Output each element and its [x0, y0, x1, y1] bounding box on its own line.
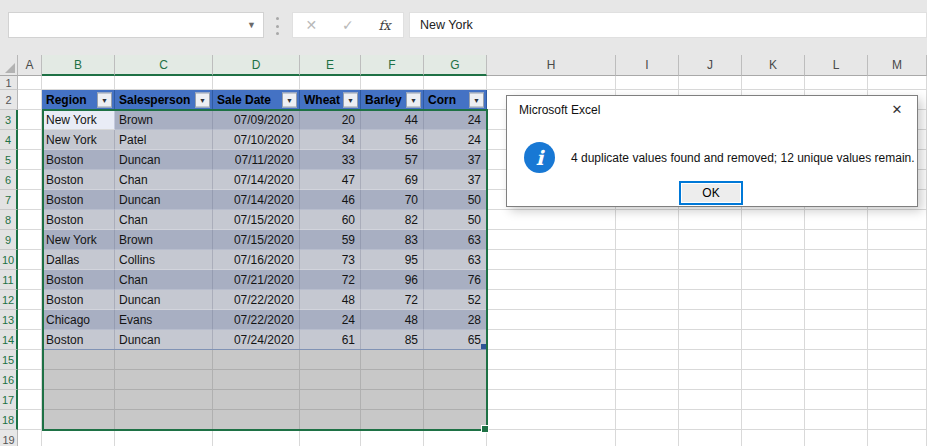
- cell-H9[interactable]: [487, 230, 616, 250]
- cell-B8[interactable]: Boston: [42, 210, 115, 230]
- cell-C17[interactable]: [115, 390, 213, 410]
- name-box[interactable]: ▼: [8, 12, 264, 38]
- column-header-L[interactable]: L: [805, 55, 868, 76]
- cell-I15[interactable]: [616, 350, 679, 370]
- cell-K9[interactable]: [742, 230, 805, 250]
- column-header-I[interactable]: I: [616, 55, 679, 76]
- column-header-J[interactable]: J: [679, 55, 742, 76]
- cell-G18[interactable]: [424, 410, 487, 430]
- cell-D11[interactable]: 07/21/2020: [213, 270, 300, 290]
- cell-E11[interactable]: 72: [300, 270, 361, 290]
- cell-A6[interactable]: [18, 170, 42, 190]
- cell-L11[interactable]: [805, 270, 868, 290]
- cell-L10[interactable]: [805, 250, 868, 270]
- cell-B5[interactable]: Boston: [42, 150, 115, 170]
- cell-I17[interactable]: [616, 390, 679, 410]
- cell-A15[interactable]: [18, 350, 42, 370]
- cell-D10[interactable]: 07/16/2020: [213, 250, 300, 270]
- cell-C6[interactable]: Chan: [115, 170, 213, 190]
- cell-A19[interactable]: [18, 430, 42, 446]
- filter-dropdown-icon[interactable]: ▼: [406, 93, 421, 108]
- table-resize-handle[interactable]: [481, 344, 486, 349]
- cell-A9[interactable]: [18, 230, 42, 250]
- cell-J12[interactable]: [679, 290, 742, 310]
- cell-B15[interactable]: [42, 350, 115, 370]
- cell-B16[interactable]: [42, 370, 115, 390]
- cell-J1[interactable]: [679, 76, 742, 90]
- cell-K19[interactable]: [742, 430, 805, 446]
- cell-F7[interactable]: 70: [361, 190, 424, 210]
- cell-L1[interactable]: [805, 76, 868, 90]
- cell-K10[interactable]: [742, 250, 805, 270]
- cell-E5[interactable]: 33: [300, 150, 361, 170]
- cell-F18[interactable]: [361, 410, 424, 430]
- cell-L17[interactable]: [805, 390, 868, 410]
- select-all-button[interactable]: [0, 55, 18, 76]
- cell-M9[interactable]: [868, 230, 927, 250]
- ok-button[interactable]: OK: [679, 181, 743, 205]
- cell-H18[interactable]: [487, 410, 616, 430]
- cell-D14[interactable]: 07/24/2020: [213, 330, 300, 350]
- cell-A10[interactable]: [18, 250, 42, 270]
- fill-handle[interactable]: [481, 425, 489, 433]
- cell-E16[interactable]: [300, 370, 361, 390]
- cell-K8[interactable]: [742, 210, 805, 230]
- cell-C11[interactable]: Chan: [115, 270, 213, 290]
- cell-G12[interactable]: 52: [424, 290, 487, 310]
- cancel-icon[interactable]: ✕: [305, 17, 317, 33]
- cell-G13[interactable]: 28: [424, 310, 487, 330]
- row-header-5[interactable]: 5: [0, 150, 18, 170]
- cell-F19[interactable]: [361, 430, 424, 446]
- row-header-16[interactable]: 16: [0, 370, 18, 390]
- cell-K13[interactable]: [742, 310, 805, 330]
- cell-A1[interactable]: [18, 76, 42, 90]
- cell-D18[interactable]: [213, 410, 300, 430]
- cell-J16[interactable]: [679, 370, 742, 390]
- cell-I1[interactable]: [616, 76, 679, 90]
- cell-F9[interactable]: 83: [361, 230, 424, 250]
- row-header-7[interactable]: 7: [0, 190, 18, 210]
- cell-L9[interactable]: [805, 230, 868, 250]
- cell-C3[interactable]: Brown: [115, 110, 213, 130]
- cell-M15[interactable]: [868, 350, 927, 370]
- cell-B1[interactable]: [42, 76, 115, 90]
- cell-M11[interactable]: [868, 270, 927, 290]
- column-header-E[interactable]: E: [300, 55, 361, 76]
- cell-I11[interactable]: [616, 270, 679, 290]
- cell-B7[interactable]: Boston: [42, 190, 115, 210]
- cell-H12[interactable]: [487, 290, 616, 310]
- column-header-M[interactable]: M: [868, 55, 927, 76]
- cell-I14[interactable]: [616, 330, 679, 350]
- cell-G19[interactable]: [424, 430, 487, 446]
- cell-J9[interactable]: [679, 230, 742, 250]
- cell-G2[interactable]: Corn▼: [424, 90, 487, 110]
- cell-L8[interactable]: [805, 210, 868, 230]
- cell-G6[interactable]: 37: [424, 170, 487, 190]
- cell-M13[interactable]: [868, 310, 927, 330]
- row-header-6[interactable]: 6: [0, 170, 18, 190]
- cell-C8[interactable]: Chan: [115, 210, 213, 230]
- cell-I10[interactable]: [616, 250, 679, 270]
- row-header-8[interactable]: 8: [0, 210, 18, 230]
- cell-M8[interactable]: [868, 210, 927, 230]
- cell-B17[interactable]: [42, 390, 115, 410]
- cell-E18[interactable]: [300, 410, 361, 430]
- cell-D17[interactable]: [213, 390, 300, 410]
- cell-A7[interactable]: [18, 190, 42, 210]
- cell-H11[interactable]: [487, 270, 616, 290]
- cell-A5[interactable]: [18, 150, 42, 170]
- cell-G3[interactable]: 24: [424, 110, 487, 130]
- column-header-K[interactable]: K: [742, 55, 805, 76]
- insert-function-icon[interactable]: fx: [378, 18, 390, 33]
- cell-C15[interactable]: [115, 350, 213, 370]
- cell-B4[interactable]: New York: [42, 130, 115, 150]
- cell-F11[interactable]: 96: [361, 270, 424, 290]
- column-header-A[interactable]: A: [18, 55, 42, 76]
- filter-dropdown-icon[interactable]: ▼: [343, 93, 358, 108]
- cell-L15[interactable]: [805, 350, 868, 370]
- cell-G17[interactable]: [424, 390, 487, 410]
- cell-C12[interactable]: Duncan: [115, 290, 213, 310]
- cell-H19[interactable]: [487, 430, 616, 446]
- cell-H14[interactable]: [487, 330, 616, 350]
- cell-E7[interactable]: 46: [300, 190, 361, 210]
